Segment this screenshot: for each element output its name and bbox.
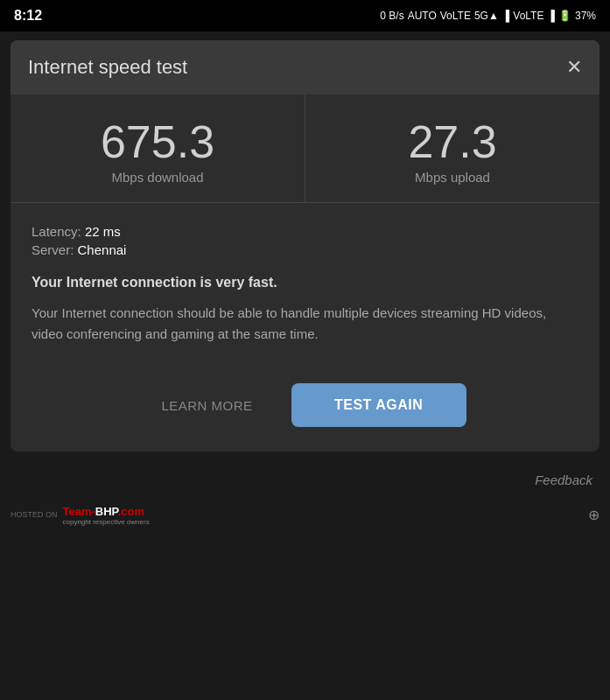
volte-icon: VoLTE [440,10,471,22]
auto-lte-icon: AUTO [408,10,437,22]
latency-label: Latency: [32,224,81,239]
latency-server: Latency: 22 ms Server: Chennai [32,224,578,257]
brand-logo: Team-BHP.com copyright respective owners [63,503,150,526]
server-label: Server: [32,242,74,257]
download-box: 675.3 Mbps download [11,94,305,202]
status-icons: 0 B/s AUTO VoLTE 5G▲ ▐ VoLTE ▐ 🔋 37% [380,10,596,22]
test-again-button[interactable]: TEST AGAIN [291,383,466,427]
dialog-header: Internet speed test ✕ [11,40,599,94]
result-description: Your Internet connection should be able … [32,303,578,345]
5g-icon: 5G▲ [474,10,499,22]
server-line: Server: Chennai [32,242,578,257]
volte-2-icon: VoLTE [513,10,543,22]
status-time: 8:12 [14,8,42,24]
feedback-label[interactable]: Feedback [535,472,592,487]
download-value: 675.3 [101,119,214,164]
signal-1-icon: ▐ [502,10,510,22]
latency-line: Latency: 22 ms [32,224,578,239]
battery-icon: 🔋 [558,10,571,22]
feedback-area: Feedback [0,460,610,496]
brand-name-white: BHP [95,505,118,518]
branding: HOSTED ON Team-BHP.com copyright respect… [0,496,610,531]
brand-name: Team-BHP.com [63,503,150,519]
upload-value: 27.3 [408,119,496,164]
result-title: Your Internet connection is very fast. [32,275,578,290]
speed-test-dialog: Internet speed test ✕ 675.3 Mbps downloa… [11,40,599,452]
action-buttons: LEARN MORE TEST AGAIN [11,362,599,452]
download-label: Mbps download [111,170,203,185]
zoom-icon: ⊕ [588,507,599,523]
hosted-on-label: HOSTED ON [11,510,58,519]
upload-box: 27.3 Mbps upload [305,94,599,202]
learn-more-button[interactable]: LEARN MORE [144,386,270,425]
dialog-title: Internet speed test [28,56,187,79]
upload-label: Mbps upload [415,170,490,185]
signal-2-icon: ▐ [547,10,555,22]
speed-results: 675.3 Mbps download 27.3 Mbps upload [11,94,599,203]
network-speed: 0 B/s [380,10,403,22]
status-bar: 8:12 0 B/s AUTO VoLTE 5G▲ ▐ VoLTE ▐ 🔋 37… [0,0,610,32]
brand-name-red: Team- [63,505,95,518]
battery-percent: 37% [575,10,596,22]
brand-sub: copyright respective owners [63,519,150,527]
server-value: Chennai [78,242,127,257]
close-button[interactable]: ✕ [566,56,582,79]
brand-domain: .com [118,505,144,518]
latency-value: 22 ms [85,224,121,239]
details-section: Latency: 22 ms Server: Chennai Your Inte… [11,203,599,362]
